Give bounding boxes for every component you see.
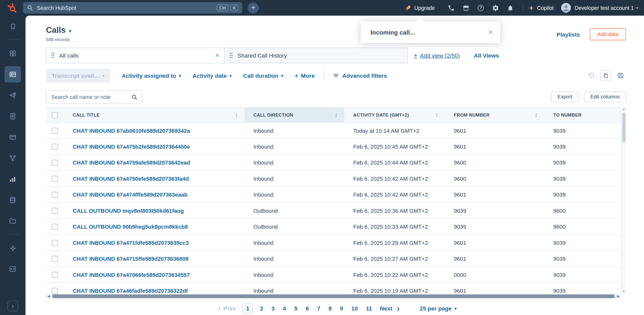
drag-handle-icon[interactable] [51,52,55,58]
chevron-right-icon[interactable]: › [392,304,404,313]
page-number-6[interactable]: 6 [302,305,313,312]
prev-button[interactable]: Prev [223,305,236,312]
call-title-link[interactable]: CHAT INBOUND 67a4759afe589d2073642ead [73,160,190,166]
advanced-filters-link[interactable]: Advanced filters [333,72,387,79]
table-row[interactable]: CHAT INBOUND 67a475b2fe589d207364450e In… [46,139,621,155]
page-number-8[interactable]: 8 [324,305,336,312]
table-row[interactable]: CALL OUTBOUND 90b9heg5uk8pcm8kkcb8 Outbo… [46,219,621,235]
account-avatar[interactable] [561,3,571,13]
call-title-link[interactable]: CHAT INBOUND 67a4715ffe589d2073636808 [73,256,189,262]
row-checkbox[interactable] [52,240,58,246]
sidebar-item-files[interactable] [5,213,21,229]
row-checkbox[interactable] [52,192,58,198]
sidebar-expand-button[interactable]: › [7,301,18,311]
sort-icon[interactable]: ▲▼ [435,113,438,117]
scroll-up-icon[interactable]: ▲ [622,107,625,111]
table-search[interactable] [46,90,142,103]
page-number-10[interactable]: 10 [347,305,362,312]
scroll-right-icon[interactable]: ▶ [616,294,621,299]
next-button[interactable]: Next [380,305,392,312]
page-number-1[interactable]: 1 [242,303,253,314]
quick-add-button[interactable]: + [248,2,259,13]
edit-columns-button[interactable]: Edit columns [584,92,626,102]
help-button[interactable]: ? [473,2,488,14]
row-checkbox[interactable] [52,256,58,262]
table-row[interactable]: CALL OUTBOUND mqv8nt803t50kd61faog Outbo… [46,203,621,219]
table-row[interactable]: CHAT INBOUND 67a47066fe589d2073634557 In… [46,267,621,283]
sidebar-item-commerce[interactable] [5,129,21,145]
column-call-direction[interactable]: CALL DIRECTION ▲▼ [244,108,344,122]
horizontal-scrollbar[interactable]: ◀ ▶ [46,294,621,299]
export-button[interactable]: Export [551,92,579,102]
add-view-link[interactable]: + Add view (2/50) [414,52,460,59]
table-row[interactable]: CHAT INBOUND 67ab0610fe589d207369342a In… [46,123,621,139]
column-from-number[interactable]: FROM NUMBER ▲▼ [445,108,544,122]
scroll-left-icon[interactable]: ◀ [46,294,51,299]
table-row[interactable]: CHAT INBOUND 67a46fadfe589d20736322df In… [46,283,621,294]
sidebar-item-data[interactable] [5,192,21,208]
call-title-link[interactable]: CHAT INBOUND 67a471fdfe589d2073639cc3 [73,240,189,246]
page-number-3[interactable]: 3 [267,305,279,312]
row-checkbox[interactable] [52,176,58,182]
copilot-button[interactable]: Copilot [528,5,554,11]
table-row[interactable]: CHAT INBOUND 67a474fffe589d207363eaab In… [46,187,621,203]
calling-button[interactable] [444,2,459,14]
sidebar-item-developer[interactable] [5,261,21,277]
tab-all-calls[interactable]: All calls × [46,48,225,63]
sidebar-item-content[interactable] [5,108,21,124]
copy-view-button[interactable] [601,70,611,81]
scrollbar-thumb[interactable] [622,113,625,142]
drag-handle-icon[interactable] [229,52,233,58]
select-all-checkbox[interactable] [52,112,58,118]
save-view-button[interactable] [615,70,626,81]
upgrade-button[interactable]: Upgrade [405,5,435,11]
sort-icon[interactable]: ▲▼ [335,113,338,117]
sidebar-item-reporting[interactable] [5,171,21,187]
page-number-5[interactable]: 5 [290,305,301,312]
sort-icon[interactable]: ▲▼ [235,113,238,117]
column-to-number[interactable]: TO NUMBER [544,108,621,122]
filter-activity-date[interactable]: Activity date▾ [193,72,232,79]
sidebar-item-automations[interactable] [5,150,21,166]
page-number-4[interactable]: 4 [279,305,290,312]
call-title-link[interactable]: CHAT INBOUND 67a474fffe589d207363eaab [73,192,188,198]
global-search-input[interactable] [36,4,215,11]
per-page-dropdown[interactable]: 25 per page▾ [420,305,457,312]
settings-button[interactable] [488,2,503,14]
account-menu[interactable]: Developer test account 1 [575,5,634,11]
call-title-link[interactable]: CHAT INBOUND 67a475b2fe589d207364450e [73,144,190,150]
notifications-button[interactable] [503,2,518,14]
sidebar-item-workspace[interactable] [5,45,21,62]
playlists-link[interactable]: Playlists [557,31,580,38]
page-number-7[interactable]: 7 [313,305,324,312]
add-data-button[interactable]: Add data [590,28,626,40]
scrollbar-thumb[interactable] [52,295,615,298]
filter-call-duration[interactable]: Call duration▾ [243,72,283,79]
table-row[interactable]: CHAT INBOUND 67a4715ffe589d2073636808 In… [46,251,621,267]
page-number-2[interactable]: 2 [256,305,267,312]
scroll-down-icon[interactable]: ▼ [622,290,626,294]
undo-button[interactable] [586,70,596,81]
call-title-link[interactable]: CHAT INBOUND 67a46fadfe589d20736322df [73,288,188,294]
call-title-link[interactable]: CALL OUTBOUND mqv8nt803t50kd61faog [73,207,184,214]
marketplace-button[interactable] [459,2,474,14]
sidebar-item-marketing[interactable] [5,87,21,103]
global-search[interactable]: Ctrl K [23,2,242,14]
row-checkbox[interactable] [52,144,58,150]
sidebar-item-crm[interactable] [5,66,21,83]
row-checkbox[interactable] [52,272,58,278]
row-checkbox[interactable] [52,127,58,134]
row-checkbox[interactable] [52,160,58,166]
tab-shared-call-history[interactable]: Shared Call History [225,48,408,63]
call-title-link[interactable]: CHAT INBOUND 67ab0610fe589d207369342a [73,127,190,134]
call-title-link[interactable]: CALL OUTBOUND 90b9heg5uk8pcm8kkcb8 [73,224,188,230]
row-checkbox[interactable] [52,288,58,294]
table-row[interactable]: CHAT INBOUND 67a4759afe589d2073642ead In… [46,155,621,171]
chevron-left-icon[interactable]: ‹ [215,304,223,313]
close-tab-icon[interactable]: × [215,52,219,59]
row-checkbox[interactable] [52,224,58,230]
table-row[interactable]: CHAT INBOUND 67a471fdfe589d2073639cc3 In… [46,235,621,251]
title-caret-icon[interactable]: ▾ [69,28,71,33]
close-icon[interactable]: × [488,28,493,36]
sidebar-item-bookmarks[interactable] [5,18,21,35]
